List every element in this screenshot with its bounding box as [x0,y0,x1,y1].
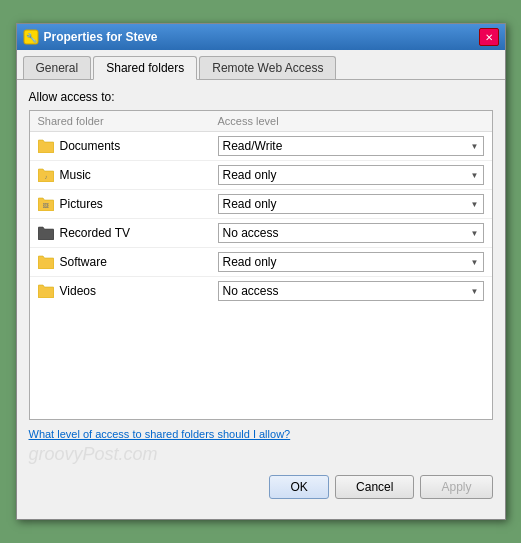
folder-name: Software [60,255,107,269]
folder-cell-recordedtv: Recorded TV [38,226,218,240]
svg-text:🖼: 🖼 [43,203,49,209]
titlebar: 🔧 Properties for Steve ✕ [17,24,505,50]
help-link[interactable]: What level of access to shared folders s… [29,428,493,440]
col-shared-folder: Shared folder [38,115,218,127]
table-row: Recorded TV Read/Write Read only No acce… [30,219,492,248]
folder-icon [38,226,54,240]
folder-icon: ♪ [38,168,54,182]
folder-icon [38,139,54,153]
cancel-button[interactable]: Cancel [335,475,414,499]
window-icon: 🔧 [23,29,39,45]
close-button[interactable]: ✕ [479,28,499,46]
tab-shared-folders[interactable]: Shared folders [93,56,197,80]
svg-text:🔧: 🔧 [25,32,37,44]
access-select-software[interactable]: Read/Write Read only No access [218,252,484,272]
folder-name: Pictures [60,197,103,211]
access-select-pictures[interactable]: Read/Write Read only No access [218,194,484,214]
access-select-wrapper: Read/Write Read only No access [218,165,484,185]
access-select-videos[interactable]: Read/Write Read only No access [218,281,484,301]
folder-icon: 🖼 [38,197,54,211]
access-select-recordedtv[interactable]: Read/Write Read only No access [218,223,484,243]
apply-button[interactable]: Apply [420,475,492,499]
folder-icon [38,255,54,269]
col-access-level: Access level [218,115,484,127]
access-select-documents[interactable]: Read/Write Read only No access [218,136,484,156]
folder-name: Videos [60,284,96,298]
table-row: ♪ Music Read/Write Read only No access [30,161,492,190]
tab-general[interactable]: General [23,56,92,79]
ok-button[interactable]: OK [269,475,329,499]
access-select-wrapper: Read/Write Read only No access [218,281,484,301]
folder-cell-videos: Videos [38,284,218,298]
folder-name: Documents [60,139,121,153]
access-select-wrapper: Read/Write Read only No access [218,136,484,156]
table-row: 🖼 Pictures Read/Write Read only No acces… [30,190,492,219]
folder-name: Recorded TV [60,226,130,240]
access-select-wrapper: Read/Write Read only No access [218,252,484,272]
table-row: Documents Read/Write Read only No access [30,132,492,161]
access-select-wrapper: Read/Write Read only No access [218,223,484,243]
table-header: Shared folder Access level [30,111,492,132]
folder-icon [38,284,54,298]
folder-cell-music: ♪ Music [38,168,218,182]
folder-cell-pictures: 🖼 Pictures [38,197,218,211]
dialog-buttons: OK Cancel Apply [29,475,493,509]
window-title: Properties for Steve [44,30,158,44]
table-row: Software Read/Write Read only No access [30,248,492,277]
watermark: groovyPost.com [29,444,493,465]
folder-cell-documents: Documents [38,139,218,153]
folder-name: Music [60,168,91,182]
access-select-music[interactable]: Read/Write Read only No access [218,165,484,185]
tab-content: Allow access to: Shared folder Access le… [17,80,505,519]
shared-folders-table: Shared folder Access level Documents Rea… [29,110,493,420]
titlebar-left: 🔧 Properties for Steve [23,29,158,45]
folder-cell-software: Software [38,255,218,269]
tab-remote-web-access[interactable]: Remote Web Access [199,56,336,79]
access-select-wrapper: Read/Write Read only No access [218,194,484,214]
main-window: 🔧 Properties for Steve ✕ General Shared … [16,23,506,520]
allow-access-label: Allow access to: [29,90,493,104]
svg-text:♪: ♪ [44,174,47,180]
table-row: Videos Read/Write Read only No access [30,277,492,305]
tab-bar: General Shared folders Remote Web Access [17,50,505,80]
